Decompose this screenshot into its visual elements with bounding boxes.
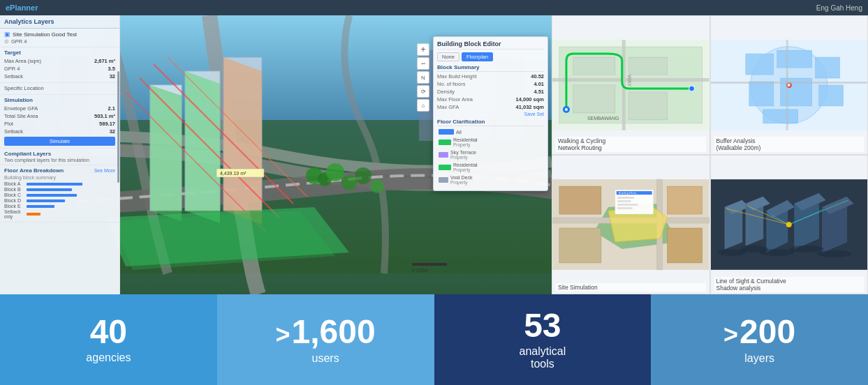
total-site-area-row: Total Site Area 503.1 m² (4, 112, 115, 120)
plot-row: Plot 589.17 (4, 120, 115, 128)
scrollbar-thumb[interactable] (117, 71, 119, 183)
svg-rect-38 (629, 57, 668, 75)
svg-point-22 (326, 163, 344, 181)
stat-layers: > 200 layers (651, 294, 868, 385)
svg-rect-69 (617, 197, 635, 199)
buffer-analysis-label: Buffer Analysis (Walkable 200m) (714, 137, 865, 152)
svg-rect-55 (786, 40, 788, 130)
svg-marker-11 (150, 85, 182, 221)
zoom-out-button[interactable]: − (417, 57, 429, 70)
svg-rect-70 (617, 200, 631, 202)
max-area-row: Max Area (sqm) 2,671 m² (4, 57, 115, 65)
walking-cycling-cell: WAY SEMBAWANG Walking & Cycling Network … (552, 15, 710, 155)
gpr-row-2: GPR 4 3.5 (4, 65, 115, 73)
left-panel: 4,439.19 m² 0 100m + − N ⟳ ⌂ Analytics L… (0, 15, 552, 294)
agencies-number-row: 40 (90, 315, 127, 349)
building-info: Building block summary (4, 175, 115, 180)
target-section: Target Max Area (sqm) 2,671 m² GPR 4 3.5… (0, 47, 119, 83)
floor-clarification-header: Floor Clarification (437, 119, 544, 126)
svg-point-94 (816, 250, 851, 257)
svg-rect-39 (629, 92, 668, 120)
specific-location-label: Specific Location (4, 85, 115, 91)
svg-rect-51 (763, 110, 797, 123)
floor-item-sky-terrace: Sky Terrace Property (437, 149, 544, 160)
stats-bar: 40 agencies > 1,600 users 53 analyticalt… (0, 294, 868, 385)
sim-button[interactable]: Simulate (4, 137, 115, 146)
stat-users: > 1,600 users (217, 294, 434, 385)
svg-marker-13 (223, 57, 262, 225)
svg-point-24 (355, 167, 372, 184)
svg-rect-54 (711, 82, 868, 84)
floor-item-void-deck: Void Deck Property (437, 174, 544, 186)
line-of-sight-svg (711, 156, 868, 294)
svg-point-92 (759, 249, 794, 256)
svg-rect-40 (573, 85, 615, 113)
layers-number-row: > 200 (723, 315, 795, 349)
floors-row: No. of floors 4.01 (437, 81, 544, 87)
floor-bar-block-c: Block C (4, 192, 115, 197)
tools-number-row: 53 (524, 309, 561, 342)
walking-cycling-label: Walking & Cycling Network Routing (556, 137, 706, 152)
popup-title: Building Block Editor (437, 40, 544, 50)
svg-rect-63 (668, 186, 703, 214)
target-header: Target (4, 50, 115, 56)
home-button[interactable]: ⌂ (417, 99, 429, 112)
popup-save-btn[interactable]: Save Set (524, 112, 544, 116)
compass-button[interactable]: N (417, 71, 429, 84)
floor-area-header: Floor Area Breakdown (4, 167, 64, 174)
setback-row: Setback 32 (4, 73, 115, 80)
svg-rect-47 (815, 57, 839, 78)
popup-tabs: None Floorplan (437, 52, 544, 61)
site-simulation-item[interactable]: ▣ Site Simulation Good Test ⊙ GPR 4 (0, 29, 119, 47)
user-name: Eng Gah Heng (816, 4, 862, 12)
walking-cycling-svg: WAY SEMBAWANG (552, 16, 709, 154)
svg-point-89 (786, 222, 791, 227)
svg-point-93 (788, 246, 823, 252)
left-sidebar: Analytics Layers ▣ Site Simulation Good … (0, 15, 120, 294)
floor-area-section: Floor Area Breakdown See More Building b… (0, 165, 119, 222)
rotate-button[interactable]: ⟳ (417, 85, 429, 98)
svg-rect-46 (777, 50, 811, 68)
max-gfa-row: Max GFA 41,032 sqm (437, 104, 544, 110)
svg-text:0    100m: 0 100m (412, 268, 429, 273)
floor-bar-block-b: Block B (4, 187, 115, 192)
svg-rect-28 (412, 263, 447, 266)
zoom-in-button[interactable]: + (417, 43, 429, 56)
compliant-layers-section: Compliant Layers Two compliant layers fo… (0, 149, 119, 165)
svg-text:WAY: WAY (626, 75, 633, 87)
svg-point-36 (689, 86, 695, 91)
floor-item-residential: Residential Property (437, 137, 544, 148)
see-more[interactable]: See More (94, 168, 115, 173)
line-of-sight-cell: Line of Sight & Cumulative Shadow analys… (710, 155, 869, 294)
svg-rect-72 (617, 207, 633, 209)
users-number-row: > 1,600 (276, 315, 376, 349)
floor-bar-block-e: Block E (4, 204, 115, 209)
users-label: users (312, 352, 339, 365)
popup-tab-floorplan[interactable]: Floorplan (462, 52, 493, 61)
svg-text:Building Block...: Building Block... (619, 191, 638, 195)
top-bar: ePlanner Eng Gah Heng (0, 0, 868, 15)
block-summary-header: Block Summary (437, 64, 544, 72)
svg-rect-48 (749, 82, 773, 106)
analytics-header: Analytics Layers (0, 15, 119, 29)
max-floor-area-row: Max Floor Area 14,000 sqm (437, 96, 544, 103)
simulation-header: Simulation (4, 97, 115, 103)
buffer-analysis-svg (711, 16, 868, 154)
agencies-label: agencies (86, 352, 131, 364)
popup-tab-none[interactable]: None (437, 52, 459, 61)
svg-rect-61 (559, 186, 601, 214)
density-row: Density 4.51 (437, 89, 544, 95)
app-title: ePlanner (6, 3, 38, 12)
line-of-sight-label: Line of Sight & Cumulative Shadow analys… (714, 277, 865, 292)
svg-rect-45 (745, 54, 773, 75)
buffer-analysis-cell: Buffer Analysis (Walkable 200m) (710, 15, 869, 155)
map-controls: + − N ⟳ ⌂ (417, 43, 429, 112)
svg-point-35 (565, 108, 568, 111)
tools-number: 53 (524, 309, 561, 342)
stat-agencies: 40 agencies (0, 294, 217, 385)
max-build-height-row: Max Build Height 40.52 (437, 73, 544, 80)
floor-bar-block-a: Block A (4, 181, 115, 186)
compliant-sublabel: Two compliant layers for this simulation (4, 158, 115, 163)
main-content: 4,439.19 m² 0 100m + − N ⟳ ⌂ Analytics L… (0, 15, 868, 294)
setback-row-2: Setback 32 (4, 128, 115, 135)
